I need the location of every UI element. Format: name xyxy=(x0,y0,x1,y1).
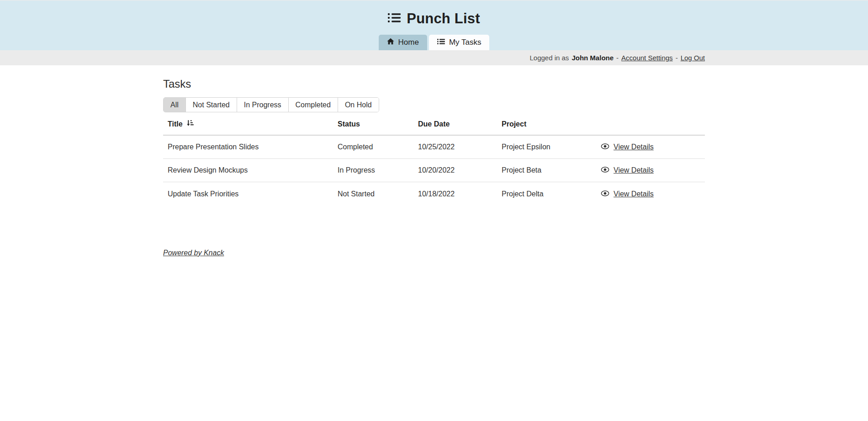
cell-due-date: 10/20/2022 xyxy=(418,166,502,174)
page-title: Tasks xyxy=(163,78,705,90)
cell-title: Prepare Presentation Slides xyxy=(168,143,338,151)
home-icon xyxy=(387,38,394,47)
app-header: Punch List Home My Tasks xyxy=(0,0,868,50)
main-content: Tasks All Not Started In Progress Comple… xyxy=(163,78,705,257)
tab-my-tasks-label: My Tasks xyxy=(449,38,482,47)
cell-due-date: 10/18/2022 xyxy=(418,190,502,198)
account-settings-link[interactable]: Account Settings xyxy=(621,54,673,62)
separator: - xyxy=(676,54,678,62)
view-details-link[interactable]: View Details xyxy=(614,143,654,151)
filter-in-progress-button[interactable]: In Progress xyxy=(237,98,289,112)
table-row: Update Task Priorities Not Started 10/18… xyxy=(163,182,705,205)
tab-my-tasks[interactable]: My Tasks xyxy=(429,35,490,50)
filter-not-started-button[interactable]: Not Started xyxy=(186,98,237,112)
cell-project: Project Delta xyxy=(502,190,601,198)
tab-home-label: Home xyxy=(398,38,419,47)
tab-home[interactable]: Home xyxy=(379,35,427,50)
table-header-row: Title Status Due Date Project xyxy=(163,113,705,136)
powered-by-knack-link[interactable]: Powered by Knack xyxy=(163,249,224,257)
column-header-status[interactable]: Status xyxy=(338,120,418,128)
app-title-row: Punch List xyxy=(0,1,868,27)
eye-icon xyxy=(601,143,609,151)
cell-due-date: 10/25/2022 xyxy=(418,143,502,151)
view-details-link[interactable]: View Details xyxy=(614,166,654,174)
column-header-due-date[interactable]: Due Date xyxy=(418,120,502,128)
column-header-project[interactable]: Project xyxy=(502,120,601,128)
filter-on-hold-button[interactable]: On Hold xyxy=(338,98,379,112)
table-row: Prepare Presentation Slides Completed 10… xyxy=(163,136,705,159)
eye-icon xyxy=(601,190,609,198)
user-name: John Malone xyxy=(572,54,614,62)
eye-icon xyxy=(601,166,609,174)
tasks-table: Title Status Due Date Project Prepare Pr… xyxy=(163,113,705,205)
list-icon xyxy=(388,12,401,25)
app-title: Punch List xyxy=(407,11,480,27)
cell-title: Review Design Mockups xyxy=(168,166,338,174)
logged-in-text: Logged in as xyxy=(529,54,569,62)
table-row: Review Design Mockups In Progress 10/20/… xyxy=(163,159,705,182)
footer: Powered by Knack xyxy=(163,249,705,257)
main-nav: Home My Tasks xyxy=(0,35,868,50)
log-out-link[interactable]: Log Out xyxy=(681,54,705,62)
separator: - xyxy=(616,54,619,62)
list-icon xyxy=(437,38,445,47)
cell-project: Project Beta xyxy=(502,166,601,174)
column-header-title[interactable]: Title xyxy=(168,119,338,129)
sort-descending-icon xyxy=(186,119,194,129)
cell-status: In Progress xyxy=(338,166,418,174)
filter-all-button[interactable]: All xyxy=(164,98,186,112)
cell-status: Completed xyxy=(338,143,418,151)
status-filter-group: All Not Started In Progress Completed On… xyxy=(163,97,379,112)
view-details-link[interactable]: View Details xyxy=(614,190,654,198)
cell-title: Update Task Priorities xyxy=(168,190,338,198)
cell-project: Project Epsilon xyxy=(502,143,601,151)
filter-completed-button[interactable]: Completed xyxy=(289,98,338,112)
cell-status: Not Started xyxy=(338,190,418,198)
user-bar: Logged in as John Malone - Account Setti… xyxy=(0,50,868,65)
